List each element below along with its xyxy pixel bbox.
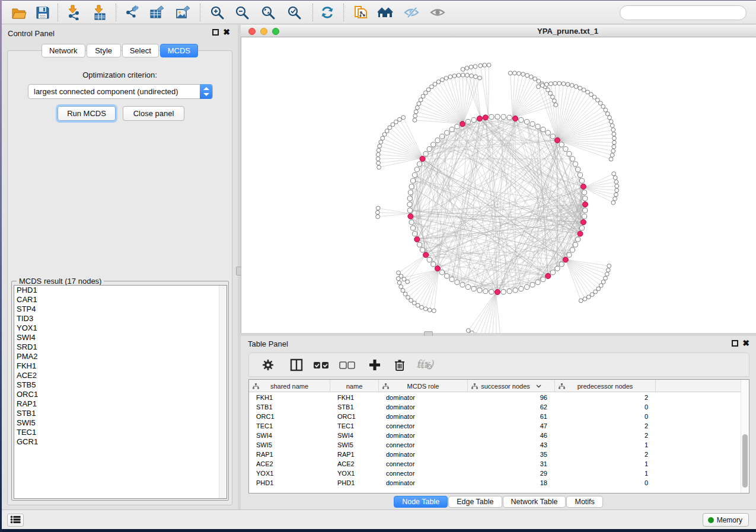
close-window-icon[interactable] [248, 28, 256, 35]
import-table-button[interactable] [90, 2, 110, 23]
network-graph[interactable] [241, 37, 756, 333]
import-network-button[interactable] [63, 2, 84, 23]
result-item[interactable]: STP4 [14, 305, 227, 314]
tab-node-table[interactable]: Node Table [394, 496, 448, 508]
select-all-button[interactable] [313, 357, 330, 374]
column-header-predecessor-nodes[interactable]: predecessor nodes [555, 380, 656, 392]
result-item[interactable]: GCR1 [14, 437, 227, 447]
delete-button[interactable] [391, 357, 408, 374]
clone-network-button[interactable] [350, 2, 371, 23]
task-history-button[interactable] [7, 514, 24, 527]
gear-button[interactable] [260, 357, 276, 374]
tab-style[interactable]: Style [87, 44, 121, 57]
table-scrollbar[interactable] [741, 380, 749, 493]
cell-name: RAP1 [330, 450, 379, 459]
close-table-panel-icon[interactable]: ✖ [742, 339, 750, 347]
zoom-fit-button[interactable] [258, 2, 278, 23]
mcds-result-title: MCDS result (17 nodes) [17, 277, 104, 286]
open-button[interactable] [9, 2, 29, 23]
tab-mcds[interactable]: MCDS [160, 44, 198, 57]
tab-network-table[interactable]: Network Table [503, 496, 566, 508]
column-header-MCDS-role[interactable]: MCDS role [379, 380, 468, 392]
result-item[interactable]: PMA2 [14, 352, 227, 361]
result-item[interactable]: TID3 [14, 314, 227, 323]
table-scrollbar-thumb[interactable] [742, 434, 748, 488]
home-button[interactable] [375, 2, 395, 23]
result-item[interactable]: CAR1 [14, 295, 227, 305]
zoom-selected-button[interactable] [284, 2, 304, 23]
export-network-button[interactable] [122, 2, 142, 23]
result-item[interactable]: TEC1 [14, 428, 227, 437]
result-item[interactable]: ORC1 [14, 390, 227, 399]
optimization-dropdown[interactable]: largest connected component (undirected) [28, 84, 213, 99]
result-item[interactable]: ACE2 [14, 371, 227, 380]
table-row[interactable]: FKH1FKH1dominator962 [249, 393, 741, 402]
table-row[interactable]: SWI4SWI4dominator462 [249, 431, 741, 440]
cell-MCDS-role: dominator [379, 478, 468, 488]
show-eye-button[interactable] [428, 2, 448, 23]
result-list-scrollbar[interactable] [219, 286, 227, 498]
sort-desc-icon [536, 384, 541, 388]
table-row[interactable]: ACE2ACE2connector311 [249, 459, 741, 469]
column-header-successor-nodes[interactable]: successor nodes [468, 380, 555, 392]
result-item[interactable]: SWI4 [14, 333, 227, 342]
result-item[interactable]: SWI5 [14, 418, 227, 428]
add-column-icon [368, 358, 381, 371]
table-row[interactable]: TEC1TEC1connector472 [249, 421, 741, 431]
result-item[interactable]: FKH1 [14, 361, 227, 371]
mcds-result-list[interactable]: PHD1CAR1STP4TID3YOX1SWI4SRD1PMA2FKH1ACE2… [14, 285, 227, 499]
refresh-button[interactable] [317, 2, 337, 23]
network-titlebar[interactable]: YPA_prune.txt_1 [241, 25, 756, 37]
tab-network[interactable]: Network [42, 44, 85, 57]
table-row[interactable]: PHD1PHD1dominator180 [249, 478, 741, 488]
table-row[interactable]: YOX1YOX1connector291 [249, 469, 741, 478]
column-header-name[interactable]: name [330, 380, 379, 392]
float-panel-icon[interactable] [212, 29, 219, 36]
cell-name: SWI5 [330, 440, 379, 450]
table-row[interactable]: STB1STB1dominator620 [249, 402, 741, 412]
tab-edge-table[interactable]: Edge Table [448, 496, 502, 508]
cell-shared-name: FKH1 [249, 393, 330, 402]
result-item[interactable]: PHD1 [14, 286, 227, 295]
hide-eye-button[interactable] [401, 2, 422, 23]
split-columns-button[interactable] [288, 357, 305, 374]
result-item[interactable]: STB5 [14, 380, 227, 390]
export-table-button[interactable] [146, 2, 167, 23]
column-header-shared-name[interactable]: shared name [249, 380, 330, 392]
export-image-button[interactable] [173, 2, 193, 23]
cell-name: YOX1 [330, 469, 379, 478]
table-row[interactable]: RAP1RAP1dominator352 [249, 450, 741, 459]
node-table: shared namenameMCDS rolesuccessor nodesp… [248, 379, 749, 493]
maximize-window-icon[interactable] [272, 28, 279, 35]
control-panel-header: Control Panel ✖ [2, 25, 238, 40]
minimize-window-icon[interactable] [260, 28, 267, 35]
list-icon [10, 515, 21, 524]
result-item[interactable]: YOX1 [14, 323, 227, 333]
tab-select[interactable]: Select [122, 44, 159, 57]
function-icon[interactable]: f(x) [416, 358, 433, 370]
control-panel-title: Control Panel [8, 29, 55, 38]
float-table-panel-icon[interactable] [732, 340, 738, 347]
close-panel-button[interactable]: Close panel [123, 106, 184, 121]
column-type-icon [382, 383, 389, 389]
import-table-icon [92, 5, 107, 20]
table-row[interactable]: ORC1ORC1dominator610 [249, 412, 741, 421]
cell-shared-name: SWI4 [249, 431, 330, 440]
close-panel-icon[interactable]: ✖ [222, 28, 231, 36]
deselect-all-button[interactable] [339, 357, 356, 374]
add-column-button[interactable] [366, 357, 383, 374]
cell-name: TEC1 [330, 421, 379, 431]
result-item[interactable]: STB1 [14, 409, 227, 418]
memory-button[interactable]: Memory [703, 513, 749, 527]
table-row[interactable]: SWI5SWI5connector431 [249, 440, 741, 450]
run-mcds-button[interactable]: Run MCDS [58, 106, 116, 121]
result-item[interactable]: SRD1 [14, 342, 227, 352]
result-item[interactable]: RAP1 [14, 399, 227, 409]
network-canvas[interactable] [241, 37, 756, 333]
save-button[interactable] [33, 2, 53, 23]
zoom-out-button[interactable] [232, 2, 252, 23]
search-input[interactable] [620, 5, 747, 20]
tab-motifs[interactable]: Motifs [566, 496, 602, 508]
cell-name: SWI4 [330, 431, 379, 440]
zoom-in-button[interactable] [207, 2, 227, 23]
